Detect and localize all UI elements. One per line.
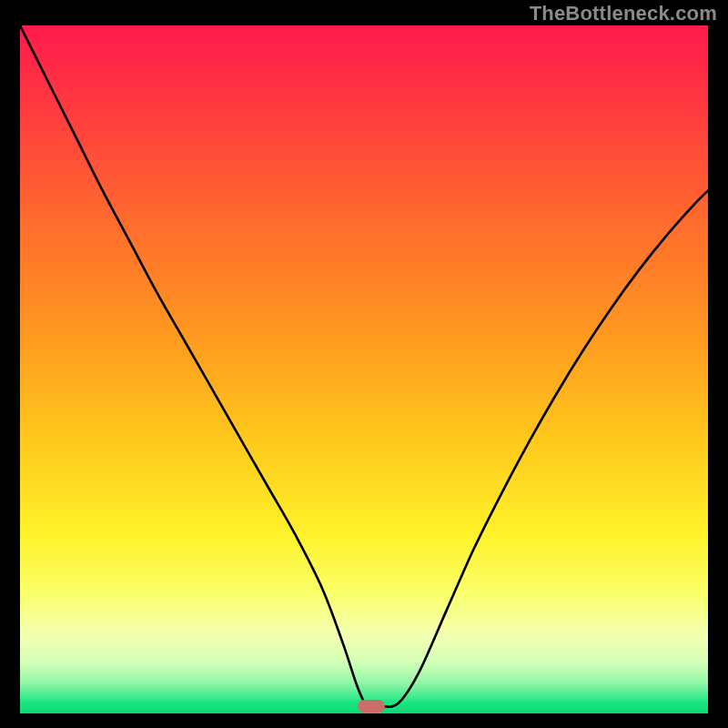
bottleneck-curve xyxy=(20,25,708,713)
chart-frame: TheBottleneck.com xyxy=(0,0,728,728)
watermark-text: TheBottleneck.com xyxy=(530,2,717,25)
optimal-marker xyxy=(358,700,385,713)
plot-area xyxy=(20,25,708,713)
